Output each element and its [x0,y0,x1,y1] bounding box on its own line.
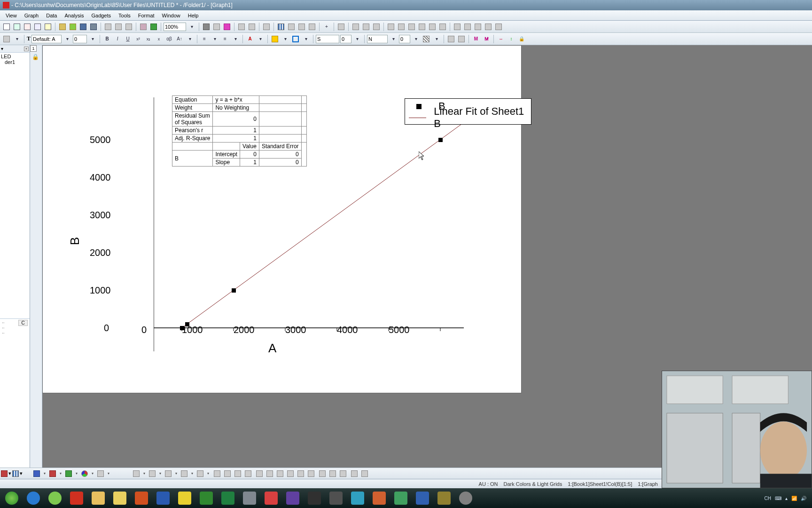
app-purple-button[interactable] [283,490,303,506]
new-notes-button[interactable] [43,22,53,32]
tool-annotate-button[interactable] [180,469,189,478]
pe-root[interactable]: LED [1,54,29,59]
same-w-button[interactable] [296,469,305,478]
menu-analysis[interactable]: Analysis [61,12,87,19]
font-color-dd[interactable]: ▾ [256,34,265,44]
unmerge-button[interactable] [457,34,466,44]
add-col-button[interactable] [287,22,296,32]
pattern-dd[interactable]: ▾ [432,34,441,44]
ie-button[interactable] [23,490,43,506]
align-left-button[interactable] [212,469,222,478]
line-width-2[interactable] [399,35,410,43]
pe-col-header[interactable]: C [18,320,28,326]
line-color-dd[interactable]: ▾ [301,34,311,44]
plot-pie-button[interactable] [80,469,89,478]
open-button[interactable] [58,22,67,32]
plot-bar-dd-arrow[interactable]: ▾ [20,470,23,476]
same-h-button[interactable] [306,469,316,478]
font-color-button[interactable]: A [245,34,255,44]
import-single-button[interactable] [103,22,113,32]
grid-5-button[interactable] [494,22,503,32]
front-button[interactable] [275,469,285,478]
plot-3d-dd[interactable]: ▾ [106,469,111,478]
graph-window[interactable]: 0 1000 2000 3000 4000 5000 0 1000 2000 3… [42,45,522,393]
libraries-button[interactable] [45,490,65,506]
redo-button[interactable] [338,469,348,478]
font-name-combo[interactable] [31,35,62,43]
layer-panel-button[interactable] [336,22,346,32]
zoom-combo[interactable] [164,23,186,31]
font-size-dd[interactable]: ▾ [88,34,97,44]
menu-view[interactable]: View [2,12,21,19]
align-right-button[interactable] [233,469,242,478]
greek-button[interactable]: αβ [164,34,174,44]
excel-button[interactable] [218,490,238,506]
valign-dd[interactable]: ▾ [231,34,240,44]
fill-color-button[interactable] [270,34,280,44]
batch-button[interactable] [139,22,148,32]
plot-area-dd[interactable]: ▾ [74,469,79,478]
plot-scatter-dd-arrow[interactable]: ▾ [8,470,11,476]
line-width-1[interactable] [340,35,351,43]
new-layout-button[interactable] [33,22,42,32]
new-graph-button[interactable] [23,22,32,32]
mask-x-button[interactable]: M̷ [482,34,491,44]
fit-results-table[interactable]: Equation y = a + b*x Weight No Weighting… [172,95,307,167]
pattern-button[interactable] [422,34,431,44]
start-button[interactable] [2,490,22,506]
menu-format[interactable]: Format [134,12,158,19]
pe-dropdown-icon[interactable]: ▾ [1,46,3,51]
plot-line-button[interactable] [32,469,41,478]
fill-color-dd[interactable]: ▾ [281,34,290,44]
tool-pointer-button[interactable] [132,469,141,478]
grid-4-button[interactable] [484,22,493,32]
grid-2-button[interactable] [463,22,472,32]
tool-zoom-dd[interactable]: ▾ [158,469,163,478]
line-color-button[interactable] [291,34,300,44]
app-blue2-button[interactable] [413,490,432,506]
tray-up-icon[interactable]: ▴ [785,496,788,501]
italic-button[interactable]: I [113,34,122,44]
new-workbook-button[interactable] [2,22,11,32]
x-axis-title[interactable]: A [268,341,276,356]
tool-zoom-button[interactable] [148,469,157,478]
import-multiple-button[interactable] [114,22,123,32]
grid-3-button[interactable] [473,22,483,32]
tray-net-icon[interactable]: 📶 [791,496,797,501]
fit-layer-button[interactable] [360,469,369,478]
line-style-combo[interactable] [316,35,339,43]
legend-box[interactable]: B Linear Fit of Sheet1 B [405,98,531,125]
copy-format-button[interactable] [2,34,11,44]
layer-tab[interactable]: 1 [30,45,37,52]
explorer-button[interactable] [88,490,108,506]
add-misc-button[interactable]: + [322,22,331,32]
lw1-dd[interactable]: ▾ [352,34,362,44]
plot-column-button[interactable] [48,469,57,478]
copy-format-dd[interactable]: ▾ [12,34,22,44]
app-orange-button[interactable] [369,490,389,506]
plot-pie-dd[interactable]: ▾ [90,469,95,478]
increase-font-button[interactable]: A↑ [175,34,184,44]
pe-folder[interactable]: der1 [1,59,29,65]
menu-tools[interactable]: Tools [115,12,134,19]
app-dark-button[interactable] [304,490,324,506]
axis-left-button[interactable] [386,22,396,32]
mask-m-button[interactable]: M [471,34,481,44]
add-plot-button[interactable] [297,22,306,32]
import-wizard-button[interactable] [124,22,133,32]
app-red-button[interactable] [67,490,86,506]
new-matrix-button[interactable] [12,22,22,32]
tool-region-button[interactable] [195,469,205,478]
recalc-button[interactable] [149,22,158,32]
align-center-button[interactable] [223,469,232,478]
font-size-combo[interactable] [73,35,87,43]
menu-gadgets[interactable]: Gadgets [87,12,115,19]
save-template-button[interactable] [89,22,98,32]
print-preview-button[interactable] [212,22,221,32]
menu-data[interactable]: Data [42,12,61,19]
group-button[interactable] [255,469,264,478]
app-olive-button[interactable] [434,490,454,506]
lock-scale-button[interactable]: 🔒 [517,34,526,44]
plot-bar-dd[interactable] [12,470,19,477]
print-button[interactable] [202,22,211,32]
